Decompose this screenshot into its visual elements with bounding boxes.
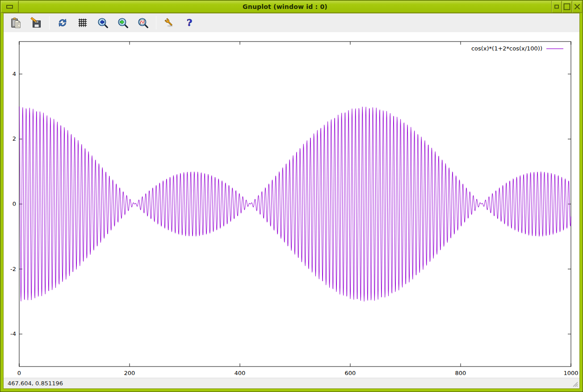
export-save-icon [30,17,42,29]
y-tick-label: -2 [10,266,16,272]
help-button[interactable]: ? [182,16,197,30]
window-menu-icon [5,2,15,12]
y-tick-label: 0 [13,200,16,207]
x-tick-label: 600 [345,370,356,376]
export-button[interactable] [29,16,43,30]
x-tick-label: 1000 [563,370,578,376]
x-tick-label: 0 [17,370,21,376]
minimize-button[interactable] [551,1,562,13]
restore-zoom-icon [137,17,149,29]
close-button[interactable] [572,1,582,13]
settings-button[interactable] [162,16,176,30]
replot-button[interactable] [55,16,70,30]
plot-area: 02004006008001000-4-2024cos(x)*(1+2*cos(… [4,32,579,378]
x-tick-label: 200 [124,370,135,376]
legend-label: cos(x)*(1+2*cos(x/100)) [471,45,542,52]
maximize-button[interactable] [562,1,572,13]
close-icon [572,2,582,12]
titlebar[interactable]: Gnuplot (window id : 0) [1,1,582,13]
zoom-next-button[interactable] [116,16,130,30]
toolbar-separator [49,16,50,29]
settings-wrench-icon [164,17,175,29]
y-tick-label: 2 [13,135,16,142]
cursor-coordinates: 467.604, 0.851196 [8,380,63,387]
replot-refresh-icon [57,17,68,29]
x-tick-label: 400 [235,370,246,376]
resize-grip-icon[interactable] [570,379,579,388]
plot-canvas[interactable]: 02004006008001000-4-2024cos(x)*(1+2*cos(… [4,32,579,378]
function-curve [19,107,571,302]
gnuplot-window: Gnuplot (window id : 0) [0,0,583,392]
y-tick-label: 4 [13,71,16,77]
copy-to-clipboard-button[interactable] [9,16,23,30]
window-content: ? 02004006008001000-4-2024cos(x)*(1+2*co… [3,13,580,389]
zoom-previous-button[interactable] [96,16,110,30]
toolbar: ? [4,13,579,32]
toggle-grid-button[interactable] [75,16,90,30]
window-title: Gnuplot (window id : 0) [19,1,551,13]
minimize-icon [552,2,562,12]
clipboard-icon [10,17,22,29]
zoom-previous-icon [97,17,109,29]
grid-toggle-icon [77,17,88,29]
x-tick-label: 800 [455,370,466,376]
svg-text:?: ? [187,17,192,28]
toolbar-separator [156,16,156,29]
window-menu-button[interactable] [1,1,19,13]
zoom-next-icon [117,17,129,29]
restore-zoom-button[interactable] [136,16,150,30]
maximize-icon [562,2,572,12]
y-tick-label: -4 [10,330,16,337]
help-icon: ? [184,17,195,29]
statusbar: 467.604, 0.851196 [4,378,579,388]
